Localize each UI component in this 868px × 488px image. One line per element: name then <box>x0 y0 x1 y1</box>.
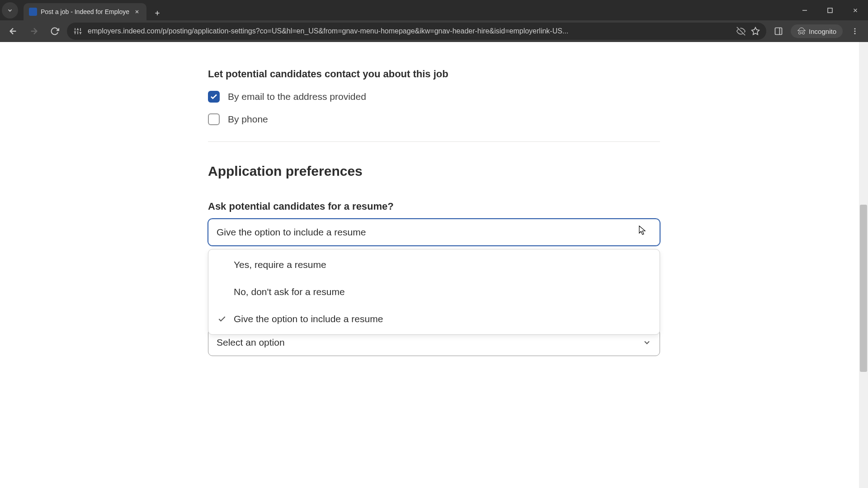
check-icon <box>217 314 227 324</box>
url-text: employers.indeed.com/p/posting/applicati… <box>88 27 731 35</box>
section-divider <box>208 141 660 142</box>
page-content: Let potential candidates contact you abo… <box>208 42 660 356</box>
svg-point-25 <box>854 33 856 34</box>
page-viewport: Let potential candidates contact you abo… <box>0 42 868 488</box>
arrow-left-icon <box>8 26 18 36</box>
email-checkbox[interactable] <box>208 91 220 103</box>
chevron-down-icon <box>7 7 13 14</box>
search-tabs-button[interactable] <box>2 2 18 19</box>
browser-tab[interactable]: Post a job - Indeed for Employe <box>24 3 146 20</box>
address-bar[interactable]: employers.indeed.com/p/posting/applicati… <box>67 23 766 40</box>
incognito-icon <box>797 27 806 35</box>
star-icon[interactable] <box>751 27 760 36</box>
svg-rect-21 <box>775 28 782 35</box>
plus-icon <box>154 9 161 17</box>
svg-point-23 <box>854 28 856 29</box>
resume-option-require[interactable]: Yes, require a resume <box>208 251 660 278</box>
checkbox-row-phone: By phone <box>208 113 660 125</box>
scrollbar-thumb[interactable] <box>860 205 867 372</box>
browser-toolbar: employers.indeed.com/p/posting/applicati… <box>0 20 868 42</box>
preferences-heading: Application preferences <box>208 164 660 179</box>
panel-icon <box>774 27 783 36</box>
close-window-button[interactable] <box>843 1 868 19</box>
tab-title: Post a job - Indeed for Employe <box>41 8 129 15</box>
tab-favicon <box>29 8 37 16</box>
phone-checkbox[interactable] <box>208 113 220 125</box>
browser-chrome: Post a job - Indeed for Employe employer… <box>0 0 868 42</box>
close-icon[interactable] <box>133 8 141 16</box>
option-label: Yes, require a resume <box>234 259 326 270</box>
checkbox-row-email: By email to the address provided <box>208 91 660 103</box>
forward-button[interactable] <box>25 23 42 40</box>
kebab-icon <box>851 27 859 35</box>
chevron-down-icon <box>642 338 651 347</box>
maximize-button[interactable] <box>817 1 843 19</box>
resume-question-label: Ask potential candidates for a resume? <box>208 201 660 212</box>
timeline-select-value: Select an option <box>217 337 642 348</box>
tab-strip: Post a job - Indeed for Employe <box>20 0 792 20</box>
eye-off-icon[interactable] <box>736 27 745 36</box>
menu-button[interactable] <box>846 23 863 40</box>
resume-select-value: Give the option to include a resume <box>217 227 651 238</box>
incognito-label: Incognito <box>809 28 836 35</box>
resume-select[interactable]: Give the option to include a resume Yes,… <box>208 219 660 246</box>
resume-option-optional[interactable]: Give the option to include a resume <box>208 305 660 333</box>
reload-icon <box>50 27 59 36</box>
new-tab-button[interactable] <box>150 6 165 20</box>
back-button[interactable] <box>5 23 22 40</box>
titlebar: Post a job - Indeed for Employe <box>0 0 868 20</box>
email-checkbox-label: By email to the address provided <box>228 91 366 102</box>
option-label: No, don't ask for a resume <box>234 286 345 297</box>
svg-marker-20 <box>752 28 760 35</box>
svg-point-24 <box>854 31 856 32</box>
reload-button[interactable] <box>46 23 63 40</box>
window-controls <box>792 1 868 19</box>
site-settings-icon[interactable] <box>73 27 82 36</box>
minimize-button[interactable] <box>792 1 817 19</box>
svg-rect-5 <box>828 8 832 13</box>
incognito-badge[interactable]: Incognito <box>791 24 843 38</box>
arrow-right-icon <box>29 26 39 36</box>
phone-checkbox-label: By phone <box>228 114 268 125</box>
side-panel-button[interactable] <box>770 23 787 40</box>
contact-heading: Let potential candidates contact you abo… <box>208 68 660 80</box>
option-label: Give the option to include a resume <box>234 314 383 324</box>
check-icon <box>210 93 218 101</box>
resume-option-no[interactable]: No, don't ask for a resume <box>208 278 660 305</box>
resume-dropdown: Yes, require a resume No, don't ask for … <box>208 249 660 335</box>
scrollbar-track[interactable] <box>859 42 868 488</box>
